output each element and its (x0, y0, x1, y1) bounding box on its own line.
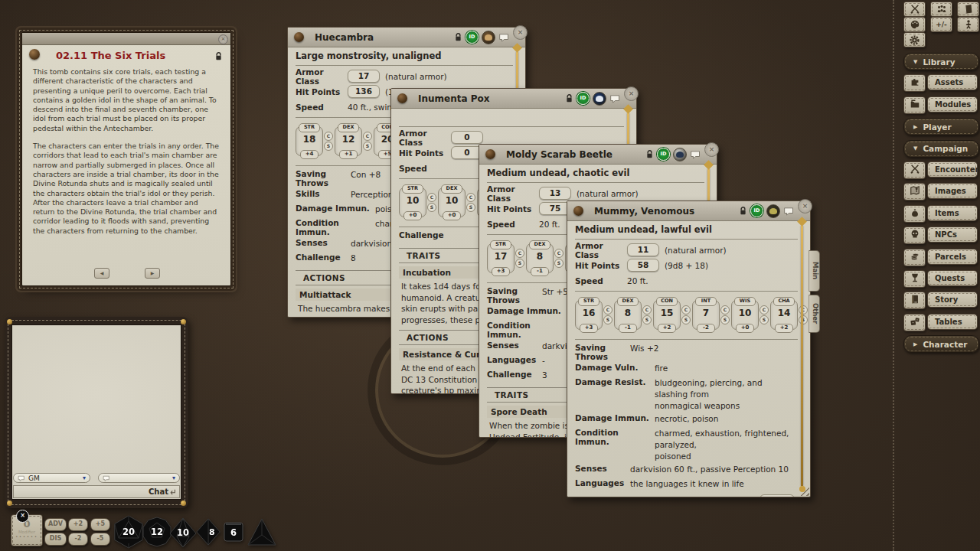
toolbar-plus-minus-button[interactable]: +/- (930, 17, 952, 32)
id-badge-icon[interactable]: ID (466, 31, 479, 44)
sidebar-item-npcs[interactable]: NPCs (927, 227, 978, 243)
chat-input[interactable]: Chat (13, 485, 180, 498)
sidebar-item-images[interactable]: Images (927, 183, 978, 199)
tab-other[interactable]: Other (808, 295, 820, 333)
id-badge-icon[interactable]: ID (577, 92, 590, 105)
ability-box[interactable]: CHA14+2 (770, 300, 798, 330)
sidebar-icon-npcs[interactable] (903, 227, 926, 244)
prev-page-button[interactable]: ◀ (94, 268, 109, 279)
lock-icon[interactable] (645, 149, 654, 159)
save-roll-button[interactable]: S (554, 259, 564, 268)
die-d10[interactable]: 10 (168, 517, 198, 550)
sidebar-icon-items[interactable] (903, 205, 926, 223)
sidebar-icon-parcels[interactable] (903, 249, 926, 266)
save-roll-button[interactable]: S (324, 142, 333, 151)
check-roll-button[interactable]: C (603, 305, 612, 315)
check-roll-button[interactable]: C (466, 193, 475, 202)
sidebar-item-story[interactable]: Story (927, 292, 978, 308)
clear-modifier-icon[interactable]: × (16, 510, 29, 523)
chat-channel-select[interactable]: GM ▾ (13, 473, 90, 483)
npc-portrait-token-icon[interactable] (766, 204, 780, 218)
sidebar-icon-story[interactable] (903, 292, 926, 309)
armor-class-value[interactable]: 11 (627, 243, 659, 256)
ability-box[interactable]: DEX8-1 (526, 243, 554, 273)
ability-box[interactable]: STR16+3 (575, 300, 603, 330)
roll-button-plus2[interactable]: +2 (68, 518, 88, 531)
toolbar-party-button[interactable] (930, 2, 952, 17)
close-icon[interactable]: × (798, 199, 812, 214)
save-roll-button[interactable]: S (466, 203, 475, 212)
close-icon[interactable]: × (218, 34, 228, 44)
save-roll-button[interactable]: S (427, 203, 436, 212)
check-roll-button[interactable]: C (720, 305, 730, 315)
tab-main[interactable]: Main (808, 250, 820, 292)
sidebar-icon-modules[interactable] (903, 96, 926, 114)
window-knob-icon[interactable] (294, 32, 304, 42)
roll-button-plus5[interactable]: +5 (90, 518, 110, 531)
ability-box[interactable]: STR10+0 (399, 187, 426, 217)
sidebar-icon-images[interactable] (903, 183, 926, 201)
close-icon[interactable]: × (704, 142, 719, 157)
save-roll-button[interactable]: S (720, 315, 730, 324)
window-knob-icon[interactable] (397, 93, 407, 103)
window-knob-icon[interactable] (573, 206, 583, 216)
close-icon[interactable]: × (624, 86, 639, 101)
scrollbar-rail[interactable] (801, 226, 803, 486)
sidebar-icon-quests[interactable] (903, 270, 926, 288)
speech-bubble-icon[interactable] (783, 207, 795, 216)
ability-box[interactable]: DEX10+0 (438, 187, 466, 217)
sidebar-item-parcels[interactable]: Parcels (927, 249, 978, 265)
next-page-button[interactable]: ▶ (145, 268, 160, 279)
speech-bubble-icon[interactable] (498, 33, 510, 42)
window-titlebar[interactable]: Mummy, VenomousID (567, 201, 810, 221)
hit-points-value[interactable]: 58 (627, 259, 659, 272)
sidebar-item-items[interactable]: Items (927, 205, 978, 221)
roll-button-minus5[interactable]: -5 (90, 533, 110, 546)
check-roll-button[interactable]: C (681, 305, 691, 315)
ability-box[interactable]: STR17+3 (487, 243, 514, 273)
sidebar-item-tables[interactable]: Tables (927, 314, 978, 330)
roll-button-adv[interactable]: ADV (44, 518, 67, 531)
id-badge-icon[interactable]: ID (657, 148, 670, 161)
speech-bubble-icon[interactable] (690, 150, 701, 159)
window-titlebar[interactable]: HuecambraID (288, 28, 525, 47)
save-roll-button[interactable]: S (681, 315, 691, 324)
window-knob-icon[interactable] (485, 149, 495, 159)
sidebar-item-quests[interactable]: Quests (927, 270, 978, 286)
sidebar-item-encounters[interactable]: Encounters (927, 161, 978, 178)
save-roll-button[interactable]: S (799, 315, 808, 324)
sidebar-header-player[interactable]: ▶Player (903, 118, 979, 135)
story-window[interactable]: × 02.11 The Six Trials This tomb contain… (21, 32, 231, 286)
npc-portrait-token-icon[interactable] (593, 92, 606, 106)
sidebar-header-character[interactable]: ▶Character (903, 335, 979, 353)
armor-class-value[interactable]: 0 (451, 131, 483, 144)
check-roll-button[interactable]: C (324, 132, 333, 141)
save-roll-button[interactable]: S (642, 315, 652, 324)
lock-icon[interactable] (739, 206, 747, 216)
check-roll-button[interactable]: C (760, 305, 769, 315)
story-titlebar[interactable] (22, 33, 230, 45)
npc-portrait-token-icon[interactable] (673, 148, 687, 161)
ability-box[interactable]: DEX8-1 (614, 300, 642, 330)
ability-box[interactable]: WIS10+0 (731, 300, 759, 330)
roll-button-dis[interactable]: DIS (44, 533, 67, 546)
check-roll-button[interactable]: C (515, 249, 524, 258)
id-badge-icon[interactable]: ID (750, 204, 763, 217)
save-roll-button[interactable]: S (603, 315, 612, 324)
sidebar-icon-encounters[interactable] (903, 161, 926, 179)
sidebar-icon-assets[interactable] (903, 74, 926, 92)
check-roll-button[interactable]: C (427, 193, 436, 202)
lock-icon[interactable] (565, 93, 573, 103)
speech-bubble-icon[interactable] (609, 94, 621, 103)
ability-box[interactable]: CON15+2 (653, 300, 681, 330)
save-roll-button[interactable]: S (363, 142, 372, 151)
check-roll-button[interactable]: C (554, 249, 564, 258)
die-d4[interactable] (247, 517, 277, 550)
toolbar-tome-button[interactable] (957, 2, 979, 17)
die-d6[interactable]: 6 (222, 520, 245, 546)
lock-icon[interactable] (214, 50, 223, 60)
toolbar-palette-button[interactable] (903, 17, 926, 32)
die-d8[interactable]: 8 (194, 517, 224, 549)
close-icon[interactable]: × (513, 25, 528, 40)
chat-whisper-select[interactable]: ▾ (98, 473, 180, 483)
